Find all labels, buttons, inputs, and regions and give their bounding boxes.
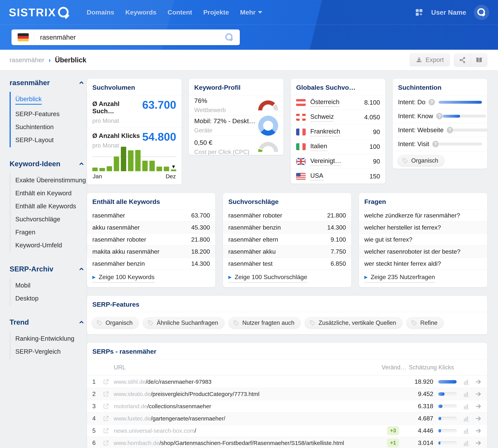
external-link-icon[interactable] xyxy=(103,403,114,410)
serp-feature-tag[interactable]: Organisch xyxy=(397,155,445,166)
sidebar-item[interactable]: Exakte Übereinstimmung xyxy=(15,174,86,187)
help-icon[interactable] xyxy=(447,127,453,133)
serp-url[interactable]: news.universal-search-box.com/ xyxy=(114,428,381,434)
help-icon[interactable] xyxy=(429,99,435,105)
nav-item[interactable]: Projekte xyxy=(203,9,229,16)
country-name[interactable]: Vereinigt… xyxy=(310,157,341,166)
chart-bar[interactable] xyxy=(128,150,133,171)
serp-feature-chip[interactable]: Ähnliche Suchanfragen xyxy=(143,317,224,329)
chart-bar[interactable] xyxy=(107,166,112,171)
sidebar-item[interactable]: SERP-Vergleich xyxy=(15,345,86,358)
chart-bar[interactable] xyxy=(142,161,148,171)
country-flag-germany[interactable] xyxy=(18,33,29,41)
open-arrow-icon[interactable] xyxy=(470,439,482,447)
col-header-url[interactable]: URL xyxy=(114,364,381,371)
history-chart-icon[interactable] xyxy=(458,403,470,410)
col-header-clicks[interactable]: Schätzung Klicks xyxy=(405,364,458,371)
keyword-row[interactable]: rasenmäher test 6.850 xyxy=(223,258,351,270)
sidebar-item[interactable]: Mobil xyxy=(15,279,86,292)
apps-grid-icon[interactable] xyxy=(415,8,424,17)
keyword-row[interactable]: rasenmäher roboter 21.800 xyxy=(87,234,215,246)
open-arrow-icon[interactable] xyxy=(470,415,482,422)
search-submit-icon[interactable] xyxy=(225,33,233,41)
history-chart-icon[interactable] xyxy=(458,415,470,422)
sistrix-logo[interactable]: SISTRIX xyxy=(9,6,70,19)
country-name[interactable]: USA xyxy=(310,172,323,181)
help-icon[interactable] xyxy=(432,141,439,147)
chart-bar[interactable] xyxy=(171,170,176,171)
keyword-row[interactable]: welche zündkerze für rasenmäher? xyxy=(359,209,487,222)
keyword-row[interactable]: welcher rasenroboter ist der beste? xyxy=(359,246,487,258)
serp-feature-chip[interactable]: Zusätzliche, vertikale Quellen xyxy=(305,317,402,329)
open-arrow-icon[interactable] xyxy=(470,378,482,385)
country-name[interactable]: Österreich xyxy=(310,98,339,107)
country-name[interactable]: Frankreich xyxy=(310,128,340,136)
keyword-row[interactable]: rasenmäher benzin 14.300 xyxy=(223,222,351,234)
keyword-row[interactable]: rasenmäher 63.700 xyxy=(87,209,215,222)
show-more-link[interactable]: Zeige 100 Keywords xyxy=(92,273,155,283)
nav-item[interactable]: Mehr xyxy=(240,9,262,16)
keyword-row[interactable]: rasenmäher roboter 21.800 xyxy=(223,209,351,222)
external-link-icon[interactable] xyxy=(103,415,114,422)
help-icon[interactable] xyxy=(436,113,443,119)
external-link-icon[interactable] xyxy=(103,440,114,446)
sidebar-group-header[interactable]: Trend xyxy=(10,318,87,326)
user-name[interactable]: User Name xyxy=(431,9,466,16)
sidebar-item[interactable]: Suchintention xyxy=(15,121,86,133)
external-link-icon[interactable] xyxy=(103,379,114,385)
sidebar-group-header[interactable]: Keyword-Ideen xyxy=(10,160,87,168)
nav-item[interactable]: Keywords xyxy=(125,9,156,16)
history-chart-icon[interactable] xyxy=(458,427,470,434)
country-name[interactable]: Italien xyxy=(310,143,327,151)
chart-bar[interactable] xyxy=(92,168,98,171)
serp-url[interactable]: www.idealo.de/preisvergleich/ProductCate… xyxy=(114,391,381,397)
sidebar-item[interactable]: Keyword-Umfeld xyxy=(15,239,86,252)
keyword-row[interactable]: rasenmäher benzin 14.300 xyxy=(87,258,215,270)
chart-bar[interactable] xyxy=(135,150,141,171)
nav-item[interactable]: Domains xyxy=(87,9,114,16)
show-more-link[interactable]: Zeige 100 Suchvorschläge xyxy=(228,273,307,283)
chart-bar[interactable] xyxy=(121,147,126,171)
keyword-search-input[interactable] xyxy=(34,33,225,41)
open-arrow-icon[interactable] xyxy=(470,427,482,434)
keyword-row[interactable]: rasenmäher akku 7.750 xyxy=(223,246,351,258)
sidebar-item[interactable]: SERP-Features xyxy=(15,108,86,121)
history-chart-icon[interactable] xyxy=(458,378,470,385)
sidebar-item[interactable]: Überblick xyxy=(15,93,86,108)
serp-url[interactable]: www.stihl.de/de/c/rasenmaeher-97983 xyxy=(114,379,381,385)
serp-url[interactable]: www.fuxtec.de/gartengeraete/rasenmaeher/ xyxy=(114,415,381,422)
keyword-row[interactable]: welcher hersteller ist ferrex? xyxy=(359,222,487,234)
export-button[interactable]: Export xyxy=(410,54,450,66)
sidebar-item[interactable]: Enthält ein Keyword xyxy=(15,187,86,200)
keyword-row[interactable]: akku rasenmäher 45.300 xyxy=(87,222,215,234)
docs-button[interactable] xyxy=(471,54,487,66)
open-arrow-icon[interactable] xyxy=(470,390,482,398)
serp-feature-chip[interactable]: Refine xyxy=(406,317,444,329)
keyword-row[interactable]: wie gut ist ferrex? xyxy=(359,234,487,246)
chart-bar[interactable] xyxy=(99,168,105,171)
breadcrumb-parent[interactable]: rasenmäher xyxy=(10,56,44,64)
header-search-button[interactable] xyxy=(474,5,489,20)
history-chart-icon[interactable] xyxy=(458,390,470,398)
sidebar-item[interactable]: Ranking-Entwicklung xyxy=(15,332,86,345)
nav-item[interactable]: Content xyxy=(168,9,192,16)
serp-url[interactable]: www.hornbach.de/shop/Gartenmaschinen-For… xyxy=(114,440,381,446)
history-chart-icon[interactable] xyxy=(458,439,470,447)
sidebar-item[interactable]: Desktop xyxy=(15,292,86,305)
serp-feature-chip[interactable]: Nutzer fragten auch xyxy=(228,317,301,329)
col-header-change[interactable]: Veränd… xyxy=(381,364,405,371)
open-arrow-icon[interactable] xyxy=(470,403,482,410)
serp-url[interactable]: motorland.de/collections/rasenmaeher xyxy=(114,403,381,410)
sidebar-item[interactable]: Fragen xyxy=(15,226,86,239)
sidebar-item[interactable]: Enthält alle Keywords xyxy=(15,200,86,213)
chart-bar[interactable] xyxy=(149,161,155,171)
serp-feature-chip[interactable]: Organisch xyxy=(92,317,139,329)
keyword-row[interactable]: rasenmäher eltern 9.100 xyxy=(223,234,351,246)
keyword-row[interactable]: wer steckt hinter ferrex aldi? xyxy=(359,258,487,270)
sidebar-group-header[interactable]: rasenmäher xyxy=(10,79,87,87)
sidebar-item[interactable]: SERP-Layout xyxy=(15,133,86,146)
chart-bar[interactable] xyxy=(156,167,162,171)
external-link-icon[interactable] xyxy=(103,391,114,397)
share-button[interactable] xyxy=(454,54,471,66)
chart-bar[interactable] xyxy=(164,167,169,171)
